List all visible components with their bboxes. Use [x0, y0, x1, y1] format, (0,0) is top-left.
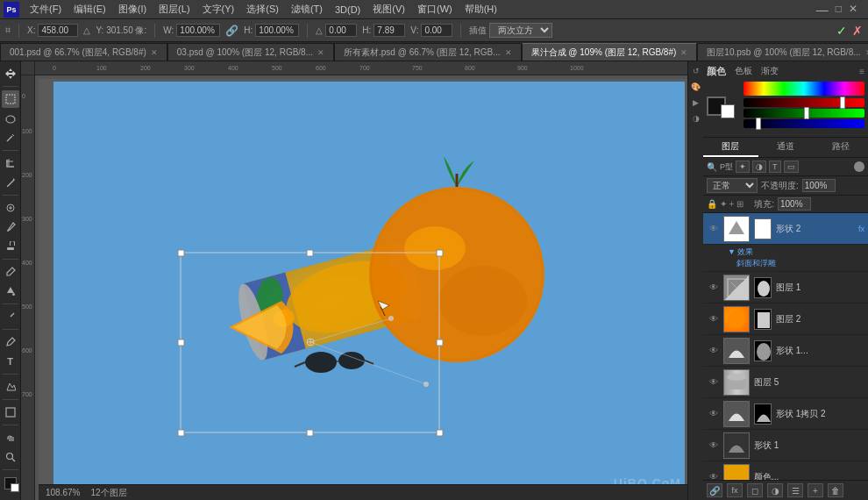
menu-window[interactable]: 窗口(W) [412, 1, 458, 18]
menu-filter[interactable]: 滤镜(T) [286, 1, 328, 18]
color-b-slider[interactable] [743, 119, 864, 128]
layer-visibility-icon[interactable]: 👁 [707, 472, 721, 480]
tab-001psd[interactable]: 001.psd @ 66.7% (图层4, RGB/8#) ✕ [0, 43, 167, 61]
menu-help[interactable]: 帮助(H) [459, 1, 502, 18]
layer-visibility-icon[interactable]: 👁 [707, 224, 721, 233]
layer-adjustment-button[interactable]: ◑ [767, 483, 783, 497]
tab-close-icon[interactable]: ✕ [317, 48, 324, 57]
path-select-tool[interactable] [2, 378, 19, 396]
cancel-transform-button[interactable]: ✗ [852, 24, 863, 38]
menu-image[interactable]: 图像(I) [113, 1, 152, 18]
menu-file[interactable]: 文件(F) [25, 1, 67, 18]
tab-juicepsd[interactable]: 果汁合成 @ 109% (图层 12, RGB/8#) ✕ [522, 43, 698, 61]
tab-close-icon[interactable]: ✕ [151, 48, 158, 57]
layer-item-2[interactable]: 👁 图层 2 [703, 304, 868, 335]
layer-visibility-icon[interactable]: 👁 [707, 346, 721, 355]
marquee-tool[interactable] [2, 90, 19, 108]
filter-adjust-btn[interactable]: ◑ [752, 161, 766, 173]
layer-visibility-icon[interactable]: 👁 [707, 314, 721, 324]
tab-close-icon[interactable]: ✕ [865, 48, 868, 57]
crop-tool[interactable] [2, 154, 19, 172]
layer-visibility-icon[interactable]: 👁 [707, 440, 721, 450]
magic-wand-tool[interactable] [2, 129, 19, 146]
w-input[interactable] [176, 24, 220, 37]
x-input[interactable] [38, 24, 78, 37]
layer-item-shape1[interactable]: 👁 形状 1... [703, 335, 868, 367]
menu-layer[interactable]: 图层(L) [153, 1, 195, 18]
layer-link-button[interactable]: 🔗 [707, 483, 722, 497]
layer-item-color[interactable]: 👁 颜色... [703, 461, 868, 480]
foreground-color[interactable] [4, 477, 17, 489]
tab-03psd[interactable]: 03.psd @ 100% (图层 12, RGB/8... ✕ [167, 43, 334, 61]
canvas-document[interactable]: UiBQ.CoM [39, 79, 700, 496]
layer-group-button[interactable]: ☰ [787, 483, 803, 497]
canvas-area[interactable]: 0 100 200 300 400 500 600 700 750 800 90… [21, 61, 703, 500]
background-swatch[interactable] [721, 104, 735, 118]
fill-input[interactable] [778, 197, 811, 211]
lasso-tool[interactable] [2, 110, 19, 127]
document-canvas[interactable]: UiBQ.CoM [53, 82, 685, 494]
art-history-icon[interactable]: 🎨 [690, 81, 702, 93]
link-proportions-icon[interactable]: 🔗 [225, 25, 238, 37]
color-g-slider[interactable] [743, 109, 864, 118]
layer-item-shape1b[interactable]: 👁 形状 1 [703, 430, 868, 461]
maximize-button[interactable]: □ [836, 3, 842, 17]
menu-text[interactable]: 文字(Y) [197, 1, 240, 18]
hand-tool[interactable] [2, 429, 19, 446]
color-r-slider[interactable] [743, 98, 864, 107]
gradient-tab[interactable]: 渐变 [761, 65, 779, 78]
adjustments-icon[interactable]: ◑ [690, 112, 702, 125]
text-tool[interactable]: T [2, 353, 19, 370]
tab-channels[interactable]: 通道 [758, 138, 814, 157]
layer-visibility-icon[interactable]: 👁 [707, 409, 721, 418]
filter-type-btn[interactable]: T [769, 161, 781, 173]
stamp-tool[interactable] [2, 238, 19, 255]
color-spectrum[interactable] [743, 82, 864, 96]
history-brush-icon[interactable]: ↺ [690, 65, 702, 77]
zoom-tool[interactable] [2, 448, 19, 466]
paint-bucket-tool[interactable] [2, 282, 19, 300]
blend-mode-select[interactable]: 正常 [707, 178, 758, 193]
filter-shape-btn[interactable]: ▭ [784, 161, 799, 173]
tab-layer10[interactable]: 图层10.psb @ 100% (图层 12, RGB/8... ✕ [697, 43, 868, 61]
minimize-button[interactable]: — [816, 3, 829, 17]
h2-input[interactable] [374, 24, 405, 37]
interpolation-select[interactable]: 两次立方 [489, 23, 552, 38]
close-button[interactable]: ✕ [849, 3, 857, 17]
filter-pixel-btn[interactable]: ✦ [736, 161, 750, 173]
filter-toggle[interactable] [854, 161, 864, 172]
swatches-tab[interactable]: 色板 [735, 65, 752, 78]
v-input[interactable] [421, 24, 452, 37]
shape-tool[interactable] [2, 404, 19, 421]
tab-suoyoucaizhi[interactable]: 所有素材.psd @ 66.7% (图层 12, RGB... ✕ [334, 43, 522, 61]
eraser-tool[interactable] [2, 263, 19, 281]
tab-layers[interactable]: 图层 [703, 138, 758, 157]
menu-edit[interactable]: 编辑(E) [68, 1, 111, 18]
layer-item-1[interactable]: 👁 图层 1 [703, 272, 868, 304]
tab-close-icon[interactable]: ✕ [505, 48, 512, 57]
layer-mask-button[interactable]: ◻ [747, 483, 763, 497]
healing-tool[interactable] [2, 199, 19, 217]
menu-select[interactable]: 选择(S) [241, 1, 284, 18]
delete-layer-button[interactable]: 🗑 [828, 483, 843, 497]
color-panel-menu[interactable]: ≡ [859, 67, 864, 76]
layer-item-5[interactable]: 👁 图层 5 [703, 367, 868, 398]
confirm-transform-button[interactable]: ✓ [836, 24, 847, 38]
actions-icon[interactable]: ▶ [690, 96, 702, 109]
dodge-tool[interactable] [2, 308, 19, 325]
menu-view[interactable]: 视图(V) [367, 1, 410, 18]
move-tool[interactable] [2, 65, 19, 82]
layer-visibility-icon[interactable]: 👁 [707, 377, 721, 387]
layer-item-shape1copy2[interactable]: 👁 形状 1拷贝 2 [703, 398, 868, 430]
menu-3d[interactable]: 3D(D) [330, 3, 366, 17]
h-input[interactable] [255, 24, 299, 37]
layer-visibility-icon[interactable]: 👁 [707, 282, 721, 292]
tab-close-icon[interactable]: ✕ [680, 48, 687, 57]
angle-input[interactable] [325, 24, 357, 37]
new-layer-button[interactable]: + [808, 483, 823, 497]
tab-paths[interactable]: 路径 [813, 138, 868, 157]
layer-fx-button[interactable]: fx [727, 483, 743, 497]
opacity-input[interactable] [802, 179, 836, 192]
layer-item-shape2[interactable]: 👁 形状 2 fx [703, 213, 868, 245]
brush-tool[interactable] [2, 218, 19, 236]
